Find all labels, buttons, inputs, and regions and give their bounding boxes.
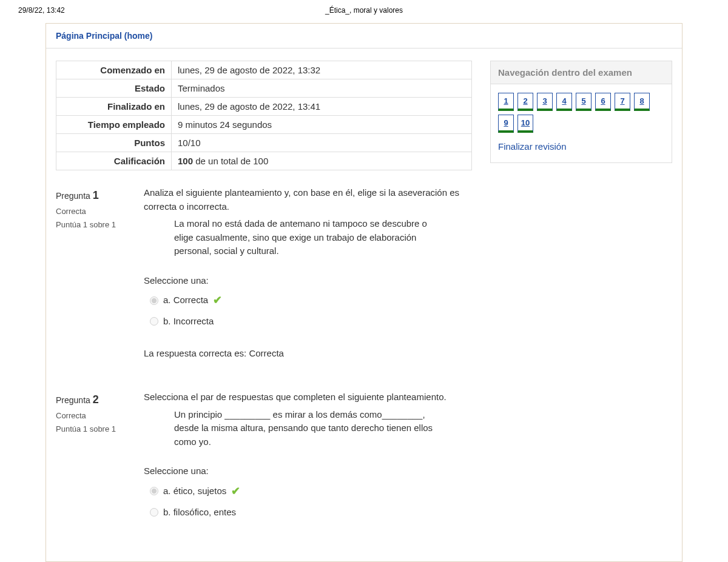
q1-option-a-label: a. Correcta <box>163 293 208 307</box>
breadcrumb: Página Principal (home) <box>46 24 682 49</box>
finish-review-link[interactable]: Finalizar revisión <box>498 141 567 152</box>
quiz-nav-question-9[interactable]: 9 <box>498 115 514 133</box>
q1-feedback: La respuesta correcta es: Correcta <box>144 347 472 361</box>
quiz-nav-title: Navegación dentro del examen <box>491 61 672 84</box>
q1-radio-a[interactable] <box>150 296 158 305</box>
print-header: 29/8/22, 13:42 _Ética_, moral y valores <box>0 0 728 18</box>
summary-label: Finalizado en <box>56 98 172 116</box>
correct-check-icon: ✔ <box>231 483 240 500</box>
correct-check-icon: ✔ <box>213 292 222 309</box>
question-1: Pregunta 1 Correcta Puntúa 1 sobre 1 Ana… <box>56 186 472 360</box>
summary-row: Calificación100 de un total de 100 <box>56 152 472 170</box>
q2-option-b-label: b. filosófico, entes <box>163 506 236 520</box>
quiz-nav-question-3[interactable]: 3 <box>537 93 553 111</box>
summary-value: lunes, 29 de agosto de 2022, 13:32 <box>172 61 472 79</box>
summary-label: Comenzado en <box>56 61 172 79</box>
q2-option-a-label: a. ético, sujetos <box>163 484 226 498</box>
q1-option-b-label: b. Incorrecta <box>163 315 214 329</box>
question-status: Correcta <box>56 205 132 218</box>
quiz-nav-question-2[interactable]: 2 <box>517 93 533 111</box>
question-1-subtext: La moral no está dada de antemano ni tam… <box>144 217 435 258</box>
summary-row: EstadoTerminados <box>56 79 472 98</box>
summary-label: Tiempo empleado <box>56 116 172 134</box>
summary-label: Estado <box>56 79 172 98</box>
quiz-nav-question-1[interactable]: 1 <box>498 93 514 111</box>
q1-option-a: a. Correcta ✔ <box>150 292 472 309</box>
summary-label: Calificación <box>56 152 172 170</box>
q2-option-a: a. ético, sujetos ✔ <box>150 483 472 500</box>
question-1-body: Analiza el siguiente planteamiento y, co… <box>144 186 472 360</box>
summary-row: Finalizado enlunes, 29 de agosto de 2022… <box>56 98 472 116</box>
question-score: Puntúa 1 sobre 1 <box>56 423 132 436</box>
question-2-subtext: Un principio _________ es mirar a los de… <box>144 408 435 449</box>
question-label: Pregunta <box>56 395 90 405</box>
summary-label: Puntos <box>56 134 172 152</box>
select-one-label: Seleccione una: <box>144 464 472 478</box>
attempt-summary-table: Comenzado enlunes, 29 de agosto de 2022,… <box>56 61 472 170</box>
q2-radio-b[interactable] <box>150 508 158 517</box>
sidebar: Navegación dentro del examen 12345678910… <box>490 61 672 555</box>
question-status: Correcta <box>56 409 132 423</box>
print-datetime: 29/8/22, 13:42 <box>18 6 65 15</box>
question-number: 2 <box>93 393 99 406</box>
select-one-label: Seleccione una: <box>144 274 472 288</box>
question-label: Pregunta <box>56 191 90 201</box>
question-2-body: Selecciona el par de respuestas que comp… <box>144 390 472 525</box>
question-2-meta: Pregunta 2 Correcta Puntúa 1 sobre 1 <box>56 390 132 525</box>
main-content: Comenzado enlunes, 29 de agosto de 2022,… <box>56 61 472 555</box>
quiz-nav-question-7[interactable]: 7 <box>615 93 630 111</box>
summary-row: Puntos10/10 <box>56 134 472 152</box>
quiz-nav-question-5[interactable]: 5 <box>576 93 592 111</box>
summary-row: Comenzado enlunes, 29 de agosto de 2022,… <box>56 61 472 79</box>
summary-value: 10/10 <box>172 134 472 152</box>
summary-value: Terminados <box>172 79 472 98</box>
summary-value: 9 minutos 24 segundos <box>172 116 472 134</box>
summary-value: 100 de un total de 100 <box>172 152 472 170</box>
q1-option-b: b. Incorrecta <box>150 315 472 329</box>
quiz-nav-question-8[interactable]: 8 <box>634 93 650 111</box>
question-1-meta: Pregunta 1 Correcta Puntúa 1 sobre 1 <box>56 186 132 360</box>
page-container: Página Principal (home) Comenzado enlune… <box>46 23 682 562</box>
question-2: Pregunta 2 Correcta Puntúa 1 sobre 1 Sel… <box>56 390 472 525</box>
summary-row: Tiempo empleado9 minutos 24 segundos <box>56 116 472 134</box>
print-title: _Ética_, moral y valores <box>325 6 403 15</box>
question-number: 1 <box>93 189 99 201</box>
question-1-prompt: Analiza el siguiente planteamiento y, co… <box>144 186 472 213</box>
q2-option-b: b. filosófico, entes <box>150 506 472 520</box>
quiz-nav-panel: Navegación dentro del examen 12345678910… <box>490 61 672 163</box>
breadcrumb-home-link[interactable]: Página Principal (home) <box>56 31 152 41</box>
summary-value: lunes, 29 de agosto de 2022, 13:41 <box>172 98 472 116</box>
question-2-prompt: Selecciona el par de respuestas que comp… <box>144 390 472 404</box>
q1-radio-b[interactable] <box>150 317 158 326</box>
question-score: Puntúa 1 sobre 1 <box>56 218 132 232</box>
quiz-nav-question-10[interactable]: 10 <box>517 115 533 133</box>
quiz-nav-grid: 12345678910 <box>498 93 664 133</box>
quiz-nav-question-4[interactable]: 4 <box>556 93 572 111</box>
quiz-nav-question-6[interactable]: 6 <box>595 93 611 111</box>
q2-radio-a[interactable] <box>150 487 158 495</box>
